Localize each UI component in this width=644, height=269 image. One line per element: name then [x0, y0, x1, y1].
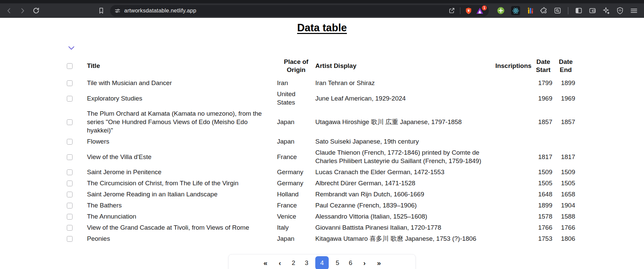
page-button-5[interactable]: 5 — [333, 256, 342, 269]
next-page-button[interactable]: › — [359, 256, 369, 269]
cell-place-of-origin: Japan — [277, 136, 315, 147]
row-checkbox[interactable] — [67, 225, 73, 231]
table-row: Flowers Japan Sato Suiseki Japanese, 19t… — [67, 136, 577, 147]
row-checkbox[interactable] — [67, 236, 73, 242]
row-checkbox[interactable] — [67, 139, 73, 145]
cell-inscriptions — [495, 166, 532, 178]
wallet-icon[interactable] — [586, 5, 599, 16]
header-artist-display[interactable]: Artist Display — [315, 56, 495, 77]
header-place-of-origin[interactable]: Place of Origin — [277, 56, 315, 77]
cell-inscriptions — [495, 222, 532, 233]
table-row: Saint Jerome in Penitence Germany Lucas … — [67, 166, 577, 178]
page-button-2[interactable]: 2 — [289, 256, 298, 269]
row-checkbox[interactable] — [67, 169, 73, 175]
cell-artist-display: June Leaf American, 1929-2024 — [315, 88, 495, 108]
reload-icon[interactable] — [30, 5, 42, 16]
cell-artist-display: Paul Cezanne (French, 1839–1906) — [315, 200, 495, 211]
row-checkbox[interactable] — [67, 214, 73, 220]
cell-date-start — [532, 136, 554, 147]
content-area: Title Place of Origin Artist Display Ins… — [67, 46, 577, 269]
cell-place-of-origin: United States — [277, 88, 315, 108]
sidebar-toggle-icon[interactable] — [572, 5, 585, 16]
cell-date-end: 1505 — [554, 178, 577, 189]
row-checkbox[interactable] — [67, 154, 73, 160]
cell-title: View of the Villa d'Este — [87, 147, 277, 166]
last-page-button[interactable]: » — [374, 256, 384, 269]
leo-ai-sparkles-icon[interactable] — [600, 5, 612, 16]
cell-date-start: 1899 — [532, 200, 554, 211]
first-page-button[interactable]: « — [260, 256, 270, 269]
header-date-end[interactable]: Date End — [554, 56, 577, 77]
cell-inscriptions — [495, 108, 532, 136]
row-checkbox-cell — [67, 178, 87, 189]
cell-title: Peonies — [87, 233, 277, 244]
cell-date-end: 1899 — [554, 77, 577, 88]
page-button-6[interactable]: 6 — [346, 256, 355, 269]
page-button-4[interactable]: 4 — [315, 256, 329, 269]
extension-cluster — [494, 5, 640, 16]
cell-date-start: 1509 — [532, 166, 554, 178]
cell-inscriptions — [495, 211, 532, 222]
site-settings-icon[interactable] — [114, 5, 121, 16]
cell-date-end: 1806 — [554, 233, 577, 244]
row-checkbox[interactable] — [67, 203, 73, 208]
cell-date-start: 1799 — [532, 77, 554, 88]
back-icon[interactable] — [3, 5, 15, 16]
row-checkbox-cell — [67, 77, 87, 88]
extensions-puzzle-icon[interactable] — [538, 5, 550, 16]
header-date-start[interactable]: Date Start — [532, 56, 554, 77]
add-extension-icon[interactable] — [494, 5, 507, 16]
cell-date-end: 1817 — [554, 147, 577, 166]
vpn-shield-icon[interactable] — [614, 5, 626, 16]
header-title[interactable]: Title — [87, 56, 277, 77]
nav-buttons — [3, 5, 42, 16]
collapse-chevron-icon[interactable] — [68, 46, 75, 51]
select-all-checkbox[interactable] — [67, 63, 73, 69]
cell-place-of-origin: Venice — [277, 211, 315, 222]
row-checkbox[interactable] — [67, 192, 73, 197]
header-inscriptions[interactable]: Inscriptions — [495, 56, 532, 77]
cell-inscriptions — [495, 136, 532, 147]
cell-title: View of the Grand Cascade at Tivoli, fro… — [87, 222, 277, 233]
cell-title: Saint Jerome in Penitence — [87, 166, 277, 178]
row-checkbox-cell — [67, 189, 87, 200]
cell-title: Saint Jerome Reading in an Italian Lands… — [87, 189, 277, 200]
cell-title: The Annunciation — [87, 211, 277, 222]
table-body: Tile with Musician and Dancer Iran Iran … — [67, 77, 577, 244]
cell-place-of-origin: Japan — [277, 108, 315, 136]
react-devtools-icon[interactable] — [509, 5, 522, 16]
cell-place-of-origin: Germany — [277, 166, 315, 178]
cell-artist-display: Sato Suiseki Japanese, 19th century — [315, 136, 495, 147]
stats-extension-icon[interactable] — [524, 5, 536, 16]
brave-rewards-icon[interactable]: 1 — [474, 5, 486, 16]
menu-hamburger-icon[interactable] — [628, 5, 640, 16]
row-checkbox[interactable] — [67, 181, 73, 186]
brave-shield-icon[interactable] — [463, 5, 474, 16]
row-checkbox-cell — [67, 147, 87, 166]
cell-place-of-origin: Iran — [277, 77, 315, 88]
cell-artist-display: Claude Thienon (French, 1772-1846) print… — [315, 147, 495, 166]
url-bar[interactable]: artworksdatatable.netlify.app 1 — [110, 5, 489, 16]
row-checkbox[interactable] — [67, 119, 73, 125]
table-row: Peonies Japan Kitagawa Utamaro 喜多川 歌麿 Ja… — [67, 233, 577, 244]
row-checkbox[interactable] — [67, 80, 73, 86]
select-all-cell — [67, 56, 87, 77]
cell-title: The Plum Orchard at Kamata (Kamata no um… — [87, 108, 277, 136]
forward-icon[interactable] — [17, 5, 28, 16]
row-checkbox[interactable] — [67, 96, 73, 102]
share-icon[interactable] — [446, 5, 457, 16]
cell-date-end: 1904 — [554, 200, 577, 211]
cell-date-end: 1857 — [554, 108, 577, 136]
artworks-table: Title Place of Origin Artist Display Ins… — [67, 56, 577, 244]
cell-place-of-origin: France — [277, 200, 315, 211]
page-button-3[interactable]: 3 — [302, 256, 311, 269]
find-in-page-icon[interactable] — [551, 5, 564, 16]
cell-title: The Bathers — [87, 200, 277, 211]
bookmark-icon[interactable] — [96, 5, 107, 16]
cell-inscriptions — [495, 147, 532, 166]
row-checkbox-cell — [67, 108, 87, 136]
prev-page-button[interactable]: ‹ — [275, 256, 285, 269]
cell-place-of-origin: Japan — [277, 233, 315, 244]
page-title: Data table — [0, 18, 644, 34]
cell-date-start: 1753 — [532, 233, 554, 244]
